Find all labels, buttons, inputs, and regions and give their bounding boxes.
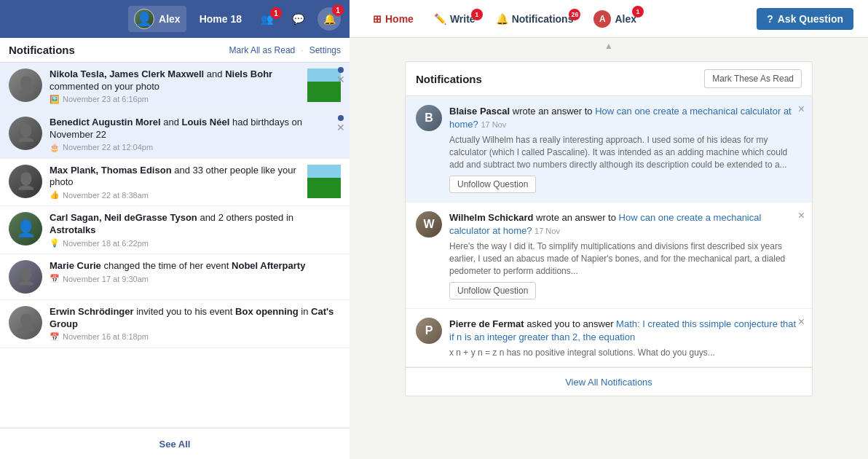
calendar-icon: 📅: [50, 332, 60, 342]
fb-notif-item[interactable]: 👤 Nikola Tesla, James Clerk Maxwell and …: [0, 63, 350, 111]
fb-notif-actions: ✕: [336, 115, 345, 133]
fb-notif-content: Max Plank, Thomas Edison and 33 other pe…: [50, 165, 300, 200]
quora-notifications-label: Notifications: [512, 13, 574, 25]
fb-notif-item[interactable]: 👤 Marie Curie changed the time of her ev…: [0, 254, 350, 300]
close-notif-btn[interactable]: ✕: [336, 122, 345, 133]
settings-link[interactable]: Settings: [309, 45, 341, 55]
fb-notif-content: Benedict Augustin Morel and Louis Néel h…: [50, 117, 341, 152]
quora-notif-preview: x n + y n = z n has no positive integral…: [449, 347, 802, 359]
unfollow-question-btn[interactable]: Unfollow Question: [449, 176, 536, 193]
header-divider: ·: [301, 45, 303, 55]
fb-notif-time: 🎂 November 22 at 12:04pm: [50, 143, 341, 152]
avatar: 👤: [9, 165, 42, 198]
quora-nav-write[interactable]: ✏️ Write 1: [425, 7, 484, 31]
fb-see-all: See All: [0, 428, 350, 459]
avatar: 👤: [9, 212, 42, 246]
fb-notif-time: 👍 November 22 at 8:38am: [50, 190, 300, 200]
fb-notif-text: Nikola Tesla, James Clerk Maxwell and Ni…: [50, 68, 300, 93]
close-notif-btn[interactable]: ×: [798, 316, 805, 328]
calendar-icon: 📅: [50, 274, 60, 283]
mark-all-read-link[interactable]: Mark All as Read: [229, 45, 296, 55]
quora-notifications-icon: 🔔: [496, 13, 508, 25]
fb-notif-time: 🖼️ November 23 at 6:16pm: [50, 95, 300, 104]
notifications-badge: 1: [332, 4, 344, 16]
fb-notif-text: Carl Sagan, Neil deGrasse Tyson and 2 ot…: [50, 212, 341, 237]
fb-user-avatar: 👤: [134, 9, 154, 29]
quora-nav-notifications[interactable]: 🔔 Notifications 26: [487, 7, 583, 31]
fb-user-chip[interactable]: 👤 Alex: [128, 6, 186, 32]
fb-notif-text: Max Plank, Thomas Edison and 33 other pe…: [50, 165, 300, 189]
quora-notif-preview: Here's the way I did it. To simplify mul…: [449, 240, 802, 277]
ask-question-label: Ask Question: [778, 13, 843, 25]
fb-notifications-icon[interactable]: 🔔 1: [317, 7, 341, 31]
see-all-link[interactable]: See All: [159, 439, 191, 450]
fb-notifications-list: 👤 Nikola Tesla, James Clerk Maxwell and …: [0, 63, 350, 428]
fb-notif-text: Marie Curie changed the time of her even…: [50, 260, 341, 272]
fb-notif-title: Notifications: [9, 44, 75, 56]
fb-notif-content: Nikola Tesla, James Clerk Maxwell and Ni…: [50, 68, 300, 104]
quora-nav-home[interactable]: ⊞ Home: [364, 7, 422, 31]
fb-notif-time: 💡 November 18 at 6:22pm: [50, 238, 341, 248]
quora-home-label: Home: [385, 13, 414, 25]
ask-question-button[interactable]: ? Ask Question: [757, 8, 853, 30]
like-icon: 👍: [50, 190, 60, 200]
fb-home-nav[interactable]: Home 18: [194, 10, 248, 28]
quora-notif-preview: Actually Wilhelm has a really interestin…: [449, 134, 802, 170]
unread-dot: [338, 67, 344, 73]
facebook-panel: 👤 Alex Home 18 👥 1 💬 🔔 1 Notifications M…: [0, 0, 350, 459]
fb-notif-header-actions: Mark All as Read · Settings: [229, 45, 341, 55]
camera-icon: 🖼️: [50, 95, 60, 104]
avatar: 👤: [9, 117, 42, 150]
home-icon: ⊞: [373, 13, 382, 25]
quora-notif-body: Wilhelm Schickard wrote an answer to How…: [449, 211, 802, 299]
avatar: W: [416, 211, 442, 238]
mark-these-read-button[interactable]: Mark These As Read: [704, 69, 802, 88]
fb-header: 👤 Alex Home 18 👥 1 💬 🔔 1: [0, 0, 350, 38]
fb-notif-item[interactable]: 👤 Carl Sagan, Neil deGrasse Tyson and 2 …: [0, 206, 350, 254]
fb-notif-item[interactable]: 👤 Erwin Schrödinger invited you to his e…: [0, 300, 350, 348]
close-notif-btn[interactable]: ×: [798, 103, 805, 115]
unread-dot: [338, 115, 344, 121]
fb-messages-icon[interactable]: 💬: [286, 10, 310, 28]
fb-notif-text: Erwin Schrödinger invited you to his eve…: [50, 306, 341, 331]
question-icon: ?: [767, 13, 773, 25]
quora-notif-text: Blaise Pascal wrote an answer to How can…: [449, 105, 802, 131]
fb-notif-content: Erwin Schrödinger invited you to his eve…: [50, 306, 341, 342]
avatar: 👤: [9, 306, 42, 340]
close-notif-btn[interactable]: ✕: [336, 74, 345, 85]
fb-notif-item[interactable]: 👤 Max Plank, Thomas Edison and 33 other …: [0, 159, 350, 207]
quora-notif-body: Pierre de Fermat asked you to answer Mat…: [449, 318, 802, 359]
quora-nav-user[interactable]: A Alex 1: [585, 4, 645, 34]
birthday-icon: 🎂: [50, 143, 60, 152]
fb-friends-icon[interactable]: 👥 1: [255, 10, 279, 28]
fb-notif-thumb: [307, 165, 341, 198]
view-all-notifications-link[interactable]: View All Notifications: [565, 377, 652, 388]
fb-notif-time: 📅 November 17 at 9:30am: [50, 274, 341, 283]
fb-notif-item[interactable]: 👤 Benedict Augustin Morel and Louis Néel…: [0, 111, 350, 159]
messages-icon: 💬: [292, 13, 304, 25]
quora-notif-body: Blaise Pascal wrote an answer to How can…: [449, 105, 802, 193]
avatar: 👤: [9, 68, 42, 102]
quora-notif-item[interactable]: W Wilhelm Schickard wrote an answer to H…: [406, 203, 812, 309]
quora-panel: ⊞ Home ✏️ Write 1 🔔 Notifications 26 A A…: [350, 0, 868, 459]
quora-notif-panel: Notifications Mark These As Read B Blais…: [405, 61, 813, 396]
friends-badge: 1: [270, 7, 282, 19]
close-notif-btn[interactable]: ×: [798, 210, 805, 221]
fb-notif-time: 📅 November 16 at 8:18pm: [50, 332, 341, 342]
fb-notif-header: Notifications Mark All as Read · Setting…: [0, 38, 350, 63]
quora-notif-text: Wilhelm Schickard wrote an answer to How…: [449, 211, 802, 238]
avatar: P: [416, 318, 442, 344]
quora-notif-text: Pierre de Fermat asked you to answer Mat…: [449, 318, 802, 344]
write-icon: ✏️: [434, 13, 446, 25]
avatar: 👤: [9, 260, 42, 294]
fb-notif-content: Marie Curie changed the time of her even…: [50, 260, 341, 283]
quora-notif-item[interactable]: B Blaise Pascal wrote an answer to How c…: [406, 96, 812, 203]
quora-notif-panel-header: Notifications Mark These As Read: [406, 62, 812, 96]
notifications-bell-icon: 🔔: [323, 13, 336, 25]
quora-view-all: View All Notifications: [406, 367, 812, 396]
quora-user-badge: 1: [632, 6, 644, 17]
quora-notif-panel-title: Notifications: [416, 73, 482, 85]
unfollow-question-btn[interactable]: Unfollow Question: [449, 282, 536, 299]
quora-notif-item[interactable]: P Pierre de Fermat asked you to answer M…: [406, 309, 812, 367]
avatar: B: [416, 105, 442, 131]
